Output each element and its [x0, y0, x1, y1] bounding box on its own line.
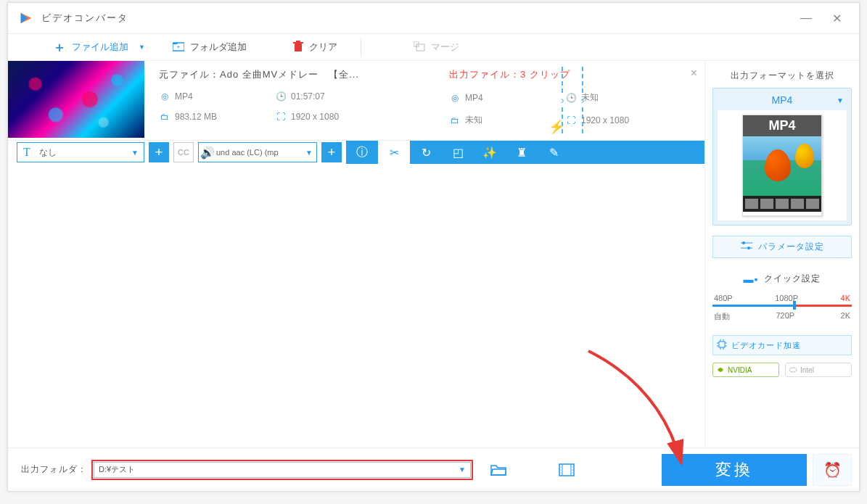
output-path-select[interactable]: D:¥テスト ▼ [94, 462, 471, 478]
cut-button[interactable]: ✂ [378, 141, 410, 164]
output-info: 出力ファイル：3 クリップ ◎MP4 🕒未知 🗀未知 ⛶1920 x 1080 [427, 68, 704, 140]
clock-icon: 🕒 [275, 91, 287, 102]
chevron-down-icon: ▼ [139, 44, 145, 51]
svg-point-10 [747, 247, 750, 249]
format-icon: ◎ [159, 91, 170, 102]
edit-button[interactable]: ✎ [538, 141, 570, 164]
merge-icon [414, 41, 425, 54]
file-info: × 元ファイル：Ado 全曲MVメドレー 【全... ◎MP4 🕒01:57:0… [144, 61, 704, 140]
src-duration: 01:57:07 [291, 91, 325, 102]
chevron-down-icon: ▼ [837, 96, 844, 104]
effects-button[interactable]: ✨ [474, 141, 506, 164]
convert-label: 変換 [715, 459, 753, 481]
app-logo-icon [18, 10, 34, 26]
output-path-value: D:¥テスト [99, 464, 135, 475]
out-resolution: 1920 x 1080 [581, 115, 629, 125]
convert-button[interactable]: 変換 [662, 454, 807, 486]
folder-icon: 🗀 [449, 115, 461, 125]
track-toolbar: T なし ▼ + CC 🔊 und aac (LC) (mp ▼ + ⓘ ✂ ↻… [8, 141, 704, 164]
video-thumbnail[interactable] [8, 61, 144, 138]
svg-point-8 [742, 241, 745, 244]
gpu-accel-button[interactable]: ビデオカード加速 [712, 335, 852, 355]
edit-tools: ⓘ ✂ ↻ ◰ ✨ ♜ ✎ [346, 141, 704, 164]
merge-label: マージ [431, 41, 459, 54]
nvidia-icon [716, 365, 725, 374]
slider-handle[interactable] [793, 301, 796, 310]
chevron-down-icon: ▼ [459, 466, 466, 474]
bolt-icon: ⚡ [548, 119, 564, 135]
clear-button[interactable]: クリア [284, 41, 346, 54]
subtitle-value: なし [36, 146, 126, 159]
quick-settings-title: ▬▪ クイック設定 [712, 273, 852, 285]
svg-rect-6 [416, 44, 424, 51]
format-preview: MP4 [718, 110, 847, 220]
svg-rect-11 [719, 342, 725, 347]
bottom-bar: 出力フォルダ： D:¥テスト ▼ 変換 ⏰ [8, 447, 859, 491]
plus-icon: ＋ [53, 38, 66, 56]
audio-select[interactable]: 🔊 und aac (LC) (mp ▼ [198, 142, 317, 162]
add-folder-label: フォルダ追加 [190, 41, 247, 54]
gpu-badges: NVIDIA Intel [712, 363, 852, 377]
speaker-icon: 🔊 [199, 146, 216, 160]
intel-badge: Intel [785, 363, 852, 377]
remove-file-button[interactable]: × [691, 67, 697, 80]
conversion-arrow-right: › [581, 67, 585, 133]
main-area: × 元ファイル：Ado 全曲MVメドレー 【全... ◎MP4 🕒01:57:0… [8, 61, 859, 445]
parameter-settings-button[interactable]: パラメータ設定 [712, 236, 852, 258]
clear-label: クリア [309, 41, 337, 54]
app-window: ビデオコンバータ ― ✕ ＋ ファイル追加 ▼ + フォルダ追加 クリア [7, 2, 860, 492]
schedule-button[interactable]: ⏰ [813, 454, 852, 486]
minimize-button[interactable]: ― [800, 12, 813, 25]
src-resolution: 1920 x 1080 [291, 112, 339, 122]
subtitle-select[interactable]: T なし ▼ [17, 142, 144, 162]
add-audio-button[interactable]: + [321, 142, 342, 162]
main-toolbar: ＋ ファイル追加 ▼ + フォルダ追加 クリア マージ [8, 33, 859, 61]
chip-icon [717, 339, 727, 351]
folder-icon: 🗀 [159, 112, 170, 122]
close-button[interactable]: ✕ [830, 12, 843, 25]
watermark-button[interactable]: ♜ [506, 141, 538, 164]
format-icon: ◎ [449, 93, 461, 103]
svg-rect-21 [559, 464, 574, 476]
format-selector[interactable]: MP4 ▼ MP4 [712, 88, 852, 226]
text-icon: T [17, 146, 36, 159]
mp4-card-icon: MP4 [742, 115, 822, 216]
output-path-highlight: D:¥テスト ▼ [91, 460, 473, 480]
quick-icon: ▬▪ [744, 273, 759, 285]
video-folder-button[interactable] [554, 460, 579, 479]
folder-plus-icon: + [173, 41, 184, 54]
title-bar: ビデオコンバータ ― ✕ [8, 3, 859, 33]
svg-text:+: + [176, 44, 180, 51]
file-row: × 元ファイル：Ado 全曲MVメドレー 【全... ◎MP4 🕒01:57:0… [8, 61, 704, 141]
src-format: MP4 [175, 91, 193, 102]
out-format: MP4 [465, 93, 483, 103]
add-folder-button[interactable]: + フォルダ追加 [164, 41, 255, 54]
format-card-label: MP4 [743, 115, 821, 136]
clock-icon: 🕒 [565, 93, 577, 103]
info-button[interactable]: ⓘ [346, 141, 378, 164]
svg-rect-2 [295, 44, 302, 51]
add-file-label: ファイル追加 [72, 41, 128, 54]
merge-button[interactable]: マージ [405, 41, 468, 54]
chevron-down-icon: ▼ [126, 149, 144, 157]
resolution-icon: ⛶ [275, 112, 287, 122]
audio-value: und aac (LC) (mp [216, 148, 302, 157]
resolution-slider[interactable] [712, 305, 852, 307]
resolution-icon: ⛶ [565, 115, 577, 125]
format-dropdown[interactable]: MP4 ▼ [718, 93, 847, 110]
trash-icon [293, 41, 303, 54]
svg-point-28 [572, 469, 572, 470]
svg-point-24 [560, 466, 561, 467]
intel-icon [789, 365, 797, 374]
add-subtitle-button[interactable]: + [149, 142, 169, 162]
format-value: MP4 [772, 94, 793, 106]
open-folder-button[interactable] [486, 460, 511, 479]
add-file-button[interactable]: ＋ ファイル追加 ▼ [44, 38, 154, 56]
out-size: 未知 [465, 114, 482, 126]
output-title: 出力ファイル：3 クリップ [449, 68, 704, 81]
svg-point-26 [560, 472, 561, 473]
rotate-button[interactable]: ↻ [410, 141, 442, 164]
resolution-labels-bottom: 自動 720P 2K [712, 311, 852, 322]
crop-button[interactable]: ◰ [442, 141, 474, 164]
cc-button[interactable]: CC [173, 142, 194, 162]
